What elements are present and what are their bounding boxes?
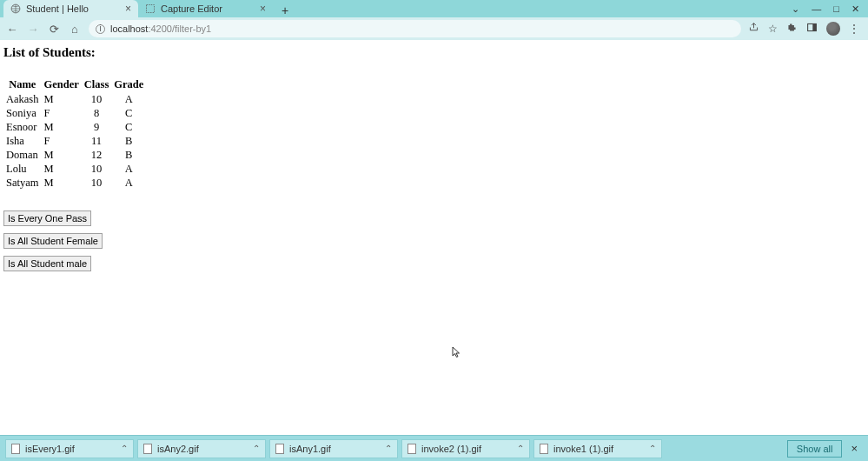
file-icon <box>407 444 416 454</box>
cell-class: 8 <box>82 106 111 120</box>
cell-grade: A <box>111 176 146 190</box>
chevron-up-icon[interactable]: ⌃ <box>649 444 656 453</box>
cell-grade: B <box>111 134 146 148</box>
selection-icon <box>145 3 156 14</box>
reload-button[interactable]: ⟳ <box>47 22 61 36</box>
downloads-bar: isEvery1.gif⌃isAny2.gif⌃isAny1.gif⌃invok… <box>0 435 868 461</box>
minimize-icon[interactable]: — <box>812 3 821 14</box>
bookmark-icon[interactable]: ☆ <box>768 23 778 35</box>
back-button[interactable]: ← <box>5 22 19 36</box>
chevron-down-icon[interactable]: ⌄ <box>792 3 799 15</box>
cell-grade: A <box>111 162 146 176</box>
cell-grade: B <box>111 148 146 162</box>
cell-name: Doman <box>3 148 42 162</box>
is-all-student-male-button[interactable]: Is All Student male <box>3 256 91 271</box>
forward-button[interactable]: → <box>26 22 40 36</box>
cell-gender: F <box>42 134 82 148</box>
download-filename: isAny2.gif <box>157 444 248 454</box>
address-bar[interactable]: i localhost:4200/filter-by1 <box>89 20 741 37</box>
window-controls: ⌄ — □ ✕ <box>792 0 868 17</box>
home-button[interactable]: ⌂ <box>68 22 82 36</box>
chevron-up-icon[interactable]: ⌃ <box>517 444 524 453</box>
download-item[interactable]: isAny2.gif⌃ <box>137 439 266 458</box>
chevron-up-icon[interactable]: ⌃ <box>121 444 128 453</box>
cell-name: Satyam <box>3 176 42 190</box>
close-icon[interactable]: × <box>125 3 131 15</box>
close-icon[interactable]: × <box>260 3 266 15</box>
cell-gender: M <box>42 92 82 106</box>
cell-gender: M <box>42 148 82 162</box>
share-icon[interactable] <box>748 22 759 36</box>
cell-class: 12 <box>82 148 111 162</box>
table-row: EsnoorM9C <box>3 120 146 134</box>
url-text: localhost:4200/filter-by1 <box>110 23 211 34</box>
svg-rect-1 <box>147 5 155 13</box>
download-item[interactable]: invoke2 (1).gif⌃ <box>401 439 530 458</box>
table-row: IshaF11B <box>3 134 146 148</box>
file-icon <box>275 444 284 454</box>
cell-class: 9 <box>82 120 111 134</box>
download-item[interactable]: isAny1.gif⌃ <box>269 439 398 458</box>
cell-gender: M <box>42 120 82 134</box>
is-every-one-pass-button[interactable]: Is Every One Pass <box>3 210 91 226</box>
info-icon[interactable]: i <box>96 24 105 34</box>
cell-name: Soniya <box>3 106 42 120</box>
tab-student[interactable]: Student | Hello × <box>3 0 138 17</box>
cell-class: 10 <box>82 162 111 176</box>
chevron-up-icon[interactable]: ⌃ <box>253 444 260 453</box>
close-downloads-bar-icon[interactable]: × <box>845 442 863 455</box>
cell-class: 10 <box>82 92 111 106</box>
table-row: AakashM10A <box>3 92 146 106</box>
table-row: LoluM10A <box>3 162 146 176</box>
cell-name: Aakash <box>3 92 42 106</box>
col-gender: Gender <box>42 77 82 92</box>
tab-strip: Student | Hello × Capture Editor × + ⌄ —… <box>0 0 868 17</box>
file-icon <box>143 444 152 454</box>
maximize-icon[interactable]: □ <box>833 3 839 14</box>
profile-avatar[interactable] <box>826 22 840 36</box>
close-window-icon[interactable]: ✕ <box>851 3 859 15</box>
browser-chrome: Student | Hello × Capture Editor × + ⌄ —… <box>0 0 868 40</box>
menu-icon[interactable]: ⋮ <box>849 23 859 35</box>
chevron-up-icon[interactable]: ⌃ <box>385 444 392 453</box>
cell-name: Lolu <box>3 162 42 176</box>
toolbar: ← → ⟳ ⌂ i localhost:4200/filter-by1 ☆ ⋮ <box>0 17 868 40</box>
tab-title: Student | Hello <box>26 3 120 14</box>
show-all-downloads-button[interactable]: Show all <box>787 440 843 458</box>
download-filename: invoke1 (1).gif <box>553 444 644 454</box>
svg-rect-3 <box>812 23 816 30</box>
download-filename: isEvery1.gif <box>25 444 116 454</box>
cell-name: Esnoor <box>3 120 42 134</box>
tab-capture-editor[interactable]: Capture Editor × <box>138 0 273 17</box>
col-grade: Grade <box>111 77 146 92</box>
cell-grade: C <box>111 106 146 120</box>
cell-class: 10 <box>82 176 111 190</box>
extensions-icon[interactable] <box>786 22 798 36</box>
file-icon <box>11 444 20 454</box>
cell-gender: M <box>42 176 82 190</box>
table-row: SoniyaF8C <box>3 106 146 120</box>
panel-icon[interactable] <box>806 22 818 36</box>
cell-gender: F <box>42 106 82 120</box>
tab-title: Capture Editor <box>161 3 255 14</box>
toolbar-right-icons: ☆ ⋮ <box>748 22 863 36</box>
is-all-student-female-button[interactable]: Is All Student Female <box>3 233 103 249</box>
col-class: Class <box>82 77 111 92</box>
cell-class: 11 <box>82 134 111 148</box>
action-buttons: Is Every One Pass Is All Student Female … <box>3 210 865 271</box>
col-name: Name <box>3 77 42 92</box>
download-item[interactable]: invoke1 (1).gif⌃ <box>533 439 662 458</box>
new-tab-button[interactable]: + <box>276 3 294 17</box>
cell-grade: A <box>111 92 146 106</box>
cell-grade: C <box>111 120 146 134</box>
table-row: DomanM12B <box>3 148 146 162</box>
students-table: Name Gender Class Grade AakashM10ASoniya… <box>3 77 146 190</box>
page-title: List of Students: <box>3 45 865 60</box>
cursor-icon <box>452 346 461 361</box>
download-filename: invoke2 (1).gif <box>421 444 512 454</box>
globe-icon <box>10 3 21 14</box>
download-filename: isAny1.gif <box>289 444 380 454</box>
table-row: SatyamM10A <box>3 176 146 190</box>
file-icon <box>540 444 548 454</box>
download-item[interactable]: isEvery1.gif⌃ <box>5 439 134 458</box>
